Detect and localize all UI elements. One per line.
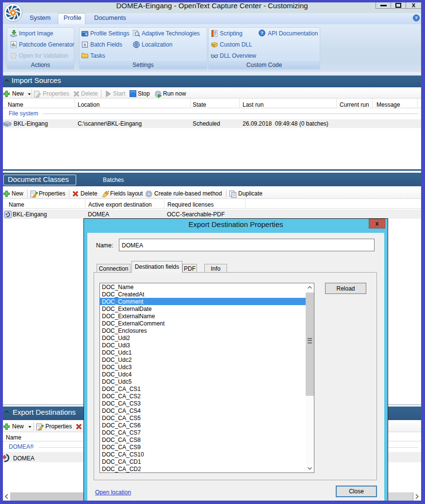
svg-text:?: ? — [415, 15, 418, 20]
svg-text:n: n — [83, 42, 86, 48]
svg-text:?: ? — [261, 30, 263, 35]
